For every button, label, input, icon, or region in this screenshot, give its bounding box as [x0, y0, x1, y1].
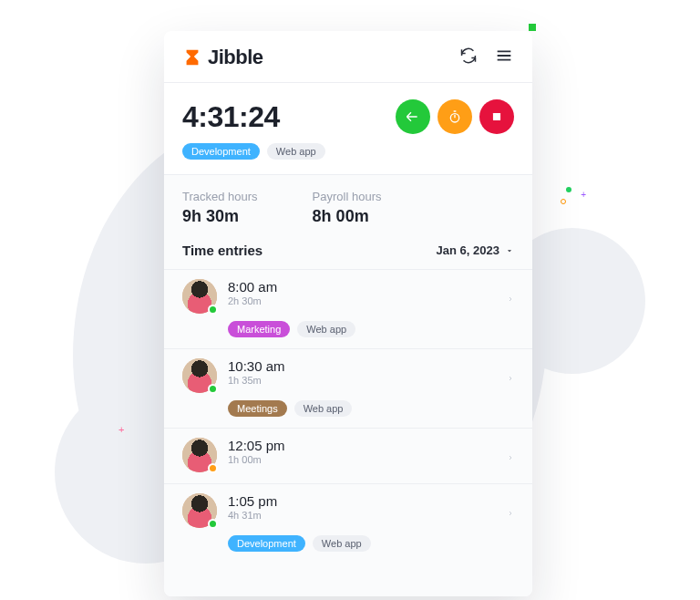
avatar — [182, 493, 217, 528]
entry-time: 12:05 pm — [228, 438, 514, 453]
entry-duration: 1h 00m — [228, 454, 514, 465]
entry-body: 12:05 pm1h 00m — [228, 438, 514, 471]
sync-icon[interactable] — [459, 47, 478, 68]
avatar — [182, 358, 217, 393]
avatar — [182, 438, 217, 472]
chevron-right-icon — [507, 506, 514, 522]
activity-tag[interactable]: Development — [182, 143, 260, 160]
payroll-hours-value: 8h 00m — [313, 207, 382, 226]
chevron-down-icon — [505, 246, 514, 255]
tracked-hours-label: Tracked hours — [182, 190, 258, 203]
chevron-right-icon — [507, 292, 514, 308]
menu-icon[interactable] — [494, 46, 514, 69]
stop-button[interactable] — [479, 99, 514, 134]
header: Jibble — [164, 31, 532, 83]
chevron-right-icon — [507, 450, 514, 467]
entry-time: 8:00 am — [228, 279, 514, 295]
decor-plus: + — [118, 424, 124, 435]
time-entry-row[interactable]: 1:05 pm4h 31mDevelopmentWeb app — [164, 483, 532, 563]
project-tag[interactable]: Web app — [313, 535, 371, 552]
hourglass-icon — [182, 47, 202, 67]
payroll-hours-label: Payroll hours — [313, 190, 382, 203]
entries-list: 8:00 am2h 30mMarketingWeb app10:30 am1h … — [164, 269, 532, 596]
time-entry-row[interactable]: 8:00 am2h 30mMarketingWeb app — [164, 269, 532, 348]
break-button[interactable] — [438, 99, 472, 134]
entry-time: 1:05 pm — [228, 493, 514, 509]
time-entry-row[interactable]: 12:05 pm1h 00m — [164, 428, 532, 483]
tracked-hours-value: 9h 30m — [182, 207, 258, 226]
status-dot — [208, 384, 218, 394]
chevron-right-icon — [507, 371, 514, 388]
timer-value: 4:31:24 — [182, 100, 280, 134]
decor-tab — [529, 24, 536, 31]
entry-duration: 4h 31m — [228, 510, 514, 521]
entry-body: 1:05 pm4h 31mDevelopmentWeb app — [228, 493, 514, 552]
timer-section: 4:31:24 Development Web app — [164, 83, 532, 175]
status-dot — [208, 463, 218, 473]
brand-logo: Jibble — [182, 46, 263, 69]
status-dot — [208, 305, 218, 315]
app-card: Jibble 4:31:24 — [164, 31, 532, 596]
project-tag[interactable]: Web app — [267, 143, 325, 160]
svg-rect-4 — [493, 113, 500, 120]
decor-dot — [566, 187, 571, 192]
decor-plus: + — [581, 190, 586, 200]
time-entry-row[interactable]: 10:30 am1h 35mMeetingsWeb app — [164, 348, 532, 428]
entry-duration: 1h 35m — [228, 375, 514, 386]
entry-body: 8:00 am2h 30mMarketingWeb app — [228, 279, 514, 337]
entries-title: Time entries — [182, 243, 262, 258]
status-dot — [208, 519, 218, 529]
activity-tag[interactable]: Marketing — [228, 321, 290, 337]
location-button[interactable] — [396, 99, 430, 134]
entry-body: 10:30 am1h 35mMeetingsWeb app — [228, 358, 514, 417]
activity-tag[interactable]: Development — [228, 535, 305, 552]
entry-duration: 2h 30m — [228, 295, 514, 306]
decor-circle — [561, 199, 566, 204]
avatar — [182, 279, 217, 314]
activity-tag[interactable]: Meetings — [228, 400, 287, 417]
date-value: Jan 6, 2023 — [437, 243, 499, 257]
brand-name: Jibble — [208, 46, 263, 69]
entry-time: 10:30 am — [228, 358, 514, 374]
project-tag[interactable]: Web app — [294, 400, 353, 417]
summary-section: Tracked hours 9h 30m Payroll hours 8h 00… — [164, 175, 532, 243]
project-tag[interactable]: Web app — [297, 321, 355, 337]
entries-header: Time entries Jan 6, 2023 — [164, 243, 532, 269]
date-picker[interactable]: Jan 6, 2023 — [437, 243, 514, 257]
